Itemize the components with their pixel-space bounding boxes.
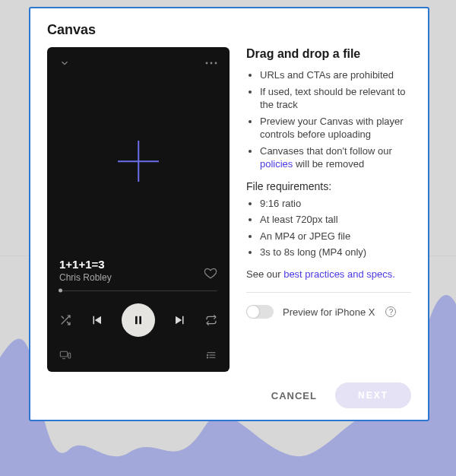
- previous-icon[interactable]: [90, 313, 103, 327]
- repeat-icon[interactable]: [205, 314, 217, 326]
- list-item: An MP4 or JPEG file: [260, 230, 411, 243]
- pause-button[interactable]: [122, 303, 155, 337]
- list-item: URLs and CTAs are prohibited: [260, 68, 411, 82]
- file-requirements-heading: File requirements:: [246, 180, 411, 192]
- toggle-label: Preview for iPhone X: [283, 306, 375, 318]
- svg-point-2: [215, 62, 217, 65]
- queue-icon[interactable]: [205, 349, 217, 364]
- canvas-phone-preview: 1+1+1=3 Chris Robley: [47, 47, 230, 372]
- canvas-upload-modal: Canvas 1+1+1=3 Chris Robley: [29, 7, 429, 421]
- iphone-x-preview-toggle[interactable]: [246, 305, 274, 319]
- track-artist: Chris Robley: [59, 272, 112, 283]
- next-button[interactable]: NEXT: [335, 382, 411, 408]
- best-practices-link[interactable]: best practices and specs.: [283, 268, 395, 280]
- cancel-button[interactable]: CANCEL: [271, 390, 317, 401]
- rules-list: URLs and CTAs are prohibited If used, te…: [246, 68, 411, 171]
- add-icon: [118, 141, 159, 182]
- svg-rect-4: [139, 316, 141, 325]
- svg-point-11: [207, 354, 207, 355]
- svg-rect-5: [60, 351, 67, 357]
- help-icon[interactable]: ?: [385, 306, 396, 317]
- heart-icon[interactable]: [204, 266, 217, 283]
- more-icon[interactable]: [205, 62, 217, 65]
- best-practices-line: See our best practices and specs.: [246, 268, 411, 293]
- instructions-heading: Drag and drop a file: [246, 47, 411, 61]
- policies-link[interactable]: policies: [260, 158, 293, 170]
- drop-zone[interactable]: [59, 68, 217, 255]
- svg-point-1: [211, 62, 213, 65]
- list-item: At least 720px tall: [260, 213, 411, 227]
- track-title: 1+1+1=3: [59, 258, 112, 271]
- list-item: Preview your Canvas with player controls…: [260, 115, 411, 141]
- list-item: 9:16 ratio: [260, 197, 411, 211]
- shuffle-icon[interactable]: [59, 314, 71, 326]
- svg-rect-6: [68, 353, 71, 358]
- list-item: If used, text should be relevant to the …: [260, 85, 411, 112]
- list-item: Canvases that don't follow our policies …: [260, 144, 411, 171]
- modal-title: Canvas: [47, 22, 411, 38]
- devices-icon[interactable]: [59, 349, 71, 364]
- svg-point-12: [207, 357, 207, 358]
- svg-point-0: [206, 62, 208, 65]
- list-item: 3s to 8s long (MP4 only): [260, 246, 411, 259]
- svg-rect-3: [135, 316, 138, 325]
- progress-bar[interactable]: [59, 290, 217, 292]
- next-icon[interactable]: [173, 313, 187, 327]
- file-requirements-list: 9:16 ratio At least 720px tall An MP4 or…: [246, 197, 411, 259]
- chevron-down-icon[interactable]: [59, 58, 70, 68]
- instructions-panel: Drag and drop a file URLs and CTAs are p…: [246, 47, 411, 372]
